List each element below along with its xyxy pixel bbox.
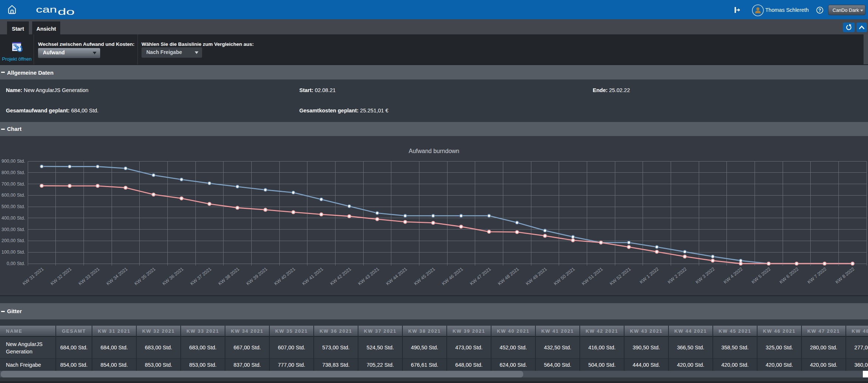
svg-text:KW 31 2021: KW 31 2021: [21, 266, 44, 286]
svg-text:KW 49 2021: KW 49 2021: [525, 266, 548, 286]
svg-text:KW 33 2021: KW 33 2021: [78, 266, 101, 286]
svg-text:0,00 Std.: 0,00 Std.: [7, 261, 25, 266]
svg-text:KW 38 2021: KW 38 2021: [217, 266, 240, 286]
svg-text:KW 3 2022: KW 3 2022: [695, 266, 716, 285]
svg-text:KW 7 2022: KW 7 2022: [807, 266, 828, 285]
svg-text:200,00 Std.: 200,00 Std.: [1, 238, 25, 243]
svg-text:KW 32 2021: KW 32 2021: [50, 266, 72, 286]
svg-text:600,00 Std.: 600,00 Std.: [1, 193, 25, 198]
svg-text:KW 1 2022: KW 1 2022: [639, 266, 660, 285]
svg-text:do: do: [58, 7, 75, 17]
svg-text:KW 51 2021: KW 51 2021: [581, 266, 604, 286]
svg-text:KW 37 2021: KW 37 2021: [189, 266, 212, 286]
svg-text:700,00 Std.: 700,00 Std.: [1, 182, 25, 187]
svg-text:can: can: [36, 5, 57, 14]
svg-text:KW 45 2021: KW 45 2021: [413, 266, 436, 286]
svg-text:KW 40 2021: KW 40 2021: [273, 266, 296, 286]
svg-text:KW 35 2021: KW 35 2021: [133, 266, 156, 286]
svg-text:KW 43 2021: KW 43 2021: [357, 266, 380, 286]
svg-text:KW 4 2022: KW 4 2022: [723, 266, 744, 285]
svg-text:KW 8 2022: KW 8 2022: [834, 266, 855, 285]
svg-text:900,00 Std.: 900,00 Std.: [1, 159, 25, 164]
svg-text:KW 44 2021: KW 44 2021: [385, 266, 408, 286]
svg-text:KW 6 2022: KW 6 2022: [779, 266, 800, 285]
svg-text:?: ?: [818, 8, 821, 13]
svg-text:KW 47 2021: KW 47 2021: [469, 266, 492, 286]
svg-text:KW 42 2021: KW 42 2021: [329, 266, 352, 286]
svg-text:KW 2 2022: KW 2 2022: [667, 266, 688, 285]
svg-text:400,00 Std.: 400,00 Std.: [1, 216, 25, 221]
svg-text:500,00 Std.: 500,00 Std.: [1, 204, 25, 209]
svg-text:KW 36 2021: KW 36 2021: [161, 266, 184, 286]
svg-text:KW 46 2021: KW 46 2021: [441, 266, 464, 286]
svg-text:KW 34 2021: KW 34 2021: [105, 266, 128, 286]
svg-text:800,00 Std.: 800,00 Std.: [1, 170, 25, 175]
svg-text:KW 52 2021: KW 52 2021: [609, 266, 632, 286]
svg-text:300,00 Std.: 300,00 Std.: [1, 227, 25, 232]
svg-text:100,00 Std.: 100,00 Std.: [1, 250, 25, 255]
svg-text:KW 41 2021: KW 41 2021: [301, 266, 324, 286]
svg-text:KW 48 2021: KW 48 2021: [497, 266, 520, 286]
svg-text:KW 50 2021: KW 50 2021: [553, 266, 576, 286]
svg-text:KW 39 2021: KW 39 2021: [245, 266, 268, 286]
svg-text:KW 5 2022: KW 5 2022: [750, 266, 772, 285]
